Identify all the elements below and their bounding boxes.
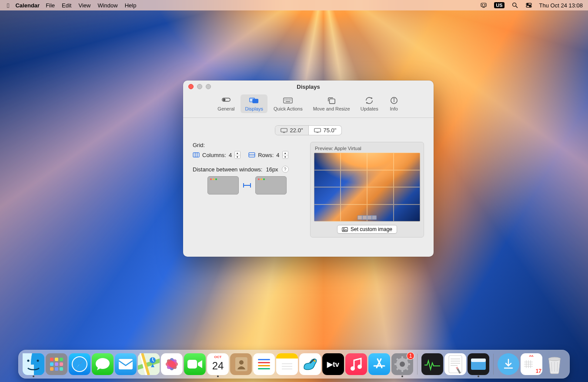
svg-rect-31 <box>314 128 320 132</box>
rows-stepper[interactable]: ▴▾ <box>282 151 288 159</box>
svg-rect-70 <box>408 363 410 365</box>
image-icon <box>342 227 348 232</box>
dock-downloads[interactable] <box>498 353 519 375</box>
displays-icon <box>249 96 259 105</box>
preview-image <box>314 153 420 221</box>
menu-view[interactable]: View <box>78 2 90 9</box>
window-titlebar[interactable]: Displays <box>183 80 434 93</box>
messages-icon <box>95 357 110 371</box>
display-segment-75[interactable]: 75.0" <box>309 126 342 135</box>
monitor-icon <box>314 128 321 133</box>
dock-system-settings[interactable]: 1 <box>391 353 413 375</box>
dock-textedit[interactable] <box>444 353 466 375</box>
info-icon <box>389 96 399 105</box>
tab-info[interactable]: Info <box>384 94 404 113</box>
svg-rect-12 <box>253 99 258 103</box>
reminders-icon <box>258 359 270 369</box>
menu-window[interactable]: Window <box>97 2 117 9</box>
tab-label: Updates <box>361 106 378 111</box>
dock-activity-monitor[interactable] <box>421 353 443 375</box>
running-indicator <box>217 375 219 377</box>
menubar-datetime[interactable]: Thu Oct 24 13:08 <box>539 2 583 9</box>
menubar-app-name[interactable]: Calendar <box>15 2 40 9</box>
dock-maps[interactable] <box>138 353 160 375</box>
tab-displays[interactable]: Displays <box>241 94 267 113</box>
svg-point-6 <box>527 3 528 5</box>
dock-photos[interactable] <box>161 353 183 375</box>
tab-label: General <box>217 106 234 111</box>
dock-safari[interactable] <box>69 353 90 375</box>
window-toolbar: General Displays Quick Actions Move and … <box>183 93 434 118</box>
displays-window: Displays General Displays Quick Actions … <box>183 80 434 257</box>
window-close-button[interactable] <box>188 84 194 89</box>
svg-rect-46 <box>119 359 133 369</box>
control-center-icon[interactable] <box>525 2 532 9</box>
dock-mail[interactable] <box>115 353 137 375</box>
mail-icon <box>118 358 134 370</box>
menu-help[interactable]: Help <box>125 2 137 9</box>
dock-calendar-doc[interactable]: Jul 17 <box>521 353 542 375</box>
svg-point-28 <box>394 99 394 99</box>
svg-point-3 <box>512 3 516 7</box>
dock-rectangle[interactable] <box>468 353 489 375</box>
tab-move-resize[interactable]: Move and Resize <box>309 94 354 113</box>
dock-launchpad[interactable] <box>46 353 67 375</box>
tab-updates[interactable]: Updates <box>356 94 383 113</box>
dock-calendar[interactable]: Oct 24 <box>207 353 229 375</box>
svg-rect-69 <box>394 363 397 365</box>
dock: Oct 24 ▶tv 1 <box>18 350 570 379</box>
dock-finder[interactable] <box>23 353 44 375</box>
svg-point-59 <box>239 360 244 365</box>
svg-rect-67 <box>401 356 403 359</box>
dock-facetime[interactable] <box>184 353 206 375</box>
window-minimize-button[interactable] <box>197 84 202 89</box>
notes-lines-icon <box>281 362 293 370</box>
preview-dock-indicator <box>357 215 377 220</box>
set-custom-image-button[interactable]: Set custom image <box>337 225 397 234</box>
dock-freeform[interactable] <box>299 353 321 375</box>
dock-trash[interactable] <box>544 353 565 375</box>
dock-appstore[interactable] <box>368 353 390 375</box>
caldoc-day: 17 <box>536 368 541 374</box>
monitor-icon <box>281 128 287 133</box>
apple-menu-icon[interactable]:  <box>7 2 9 9</box>
svg-rect-75 <box>449 355 462 373</box>
photos-icon <box>163 355 180 373</box>
svg-rect-25 <box>330 99 335 104</box>
svg-point-41 <box>37 360 39 362</box>
tab-general[interactable]: General <box>213 94 239 113</box>
caldoc-month: Jul <box>521 355 542 357</box>
segment-label: 75.0" <box>324 127 337 134</box>
dock-reminders[interactable] <box>253 353 275 375</box>
distance-help-button[interactable]: ? <box>282 166 289 173</box>
svg-point-10 <box>223 99 225 101</box>
dock-music[interactable] <box>345 353 367 375</box>
spotlight-icon[interactable] <box>511 2 518 9</box>
menu-file[interactable]: File <box>46 2 55 9</box>
keyboard-icon <box>283 96 293 105</box>
maps-icon <box>138 353 160 375</box>
columns-value: 4 <box>229 152 232 158</box>
tab-quick-actions[interactable]: Quick Actions <box>269 94 307 113</box>
svg-line-4 <box>516 6 518 8</box>
window-title: Displays <box>297 84 320 90</box>
menu-edit[interactable]: Edit <box>62 2 71 9</box>
facetime-icon <box>187 358 203 370</box>
columns-stepper[interactable]: ▴▾ <box>234 151 241 159</box>
svg-rect-68 <box>401 369 403 372</box>
window-zoom-button[interactable] <box>206 84 211 89</box>
dock-messages[interactable] <box>92 353 114 375</box>
caldoc-grid <box>524 360 533 370</box>
svg-point-64 <box>357 365 362 369</box>
svg-point-66 <box>400 362 405 367</box>
menubar-extra-icon[interactable] <box>480 2 487 9</box>
segment-label: 22.0" <box>290 127 303 134</box>
activity-icon <box>424 357 441 371</box>
set-image-label: Set custom image <box>351 226 392 232</box>
display-segment-22[interactable]: 22.0" <box>275 126 309 135</box>
svg-point-39 <box>344 228 344 229</box>
dock-tv[interactable]: ▶tv <box>322 353 344 375</box>
input-source-badge[interactable]: US <box>494 2 504 8</box>
dock-contacts[interactable] <box>230 353 252 375</box>
dock-notes[interactable] <box>276 353 298 375</box>
